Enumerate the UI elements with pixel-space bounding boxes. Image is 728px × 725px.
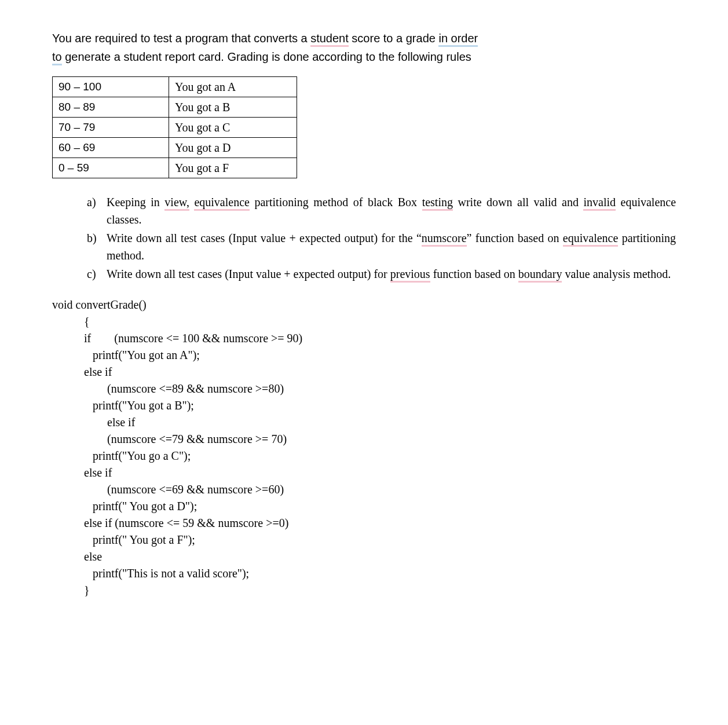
range-cell: 80 – 89: [53, 97, 169, 118]
proof-underline: numscore: [422, 232, 467, 247]
intro-text: score to a grade: [349, 32, 439, 45]
code-line: printf(" You got a F");: [52, 533, 195, 546]
proof-underline-in-order: in order: [438, 32, 478, 47]
question-a: a) Keeping in view, equivalence partitio…: [87, 193, 676, 228]
code-line: printf("This is not a valid score");: [52, 567, 249, 580]
code-line: void convertGrade(): [52, 298, 147, 311]
proof-underline: boundary: [518, 268, 562, 283]
code-line: printf("You go a C");: [52, 449, 191, 462]
message-cell: You got a C: [169, 118, 297, 138]
question-marker: a): [87, 193, 107, 228]
code-line: else: [52, 550, 102, 563]
code-line: (numscore <=69 && numscore >=60): [52, 483, 284, 496]
code-line: printf(" You got a D");: [52, 500, 197, 512]
intro-text: You are required to test a program that …: [52, 32, 310, 45]
code-line: else if: [52, 365, 112, 378]
intro-text: generate a student report card. Grading …: [62, 50, 471, 63]
question-text: ” function based on: [467, 232, 563, 244]
code-line: else if (numscore <= 59 && numscore >=0): [52, 517, 288, 529]
message-cell: You got an A: [169, 77, 297, 97]
question-text: Write down all test cases (Input value +…: [107, 232, 422, 244]
table-row: 90 – 100 You got an A: [53, 77, 297, 97]
code-line: else if: [52, 466, 112, 479]
question-body: Write down all test cases (Input value +…: [107, 265, 676, 283]
question-text: Keeping in: [107, 196, 164, 208]
question-text: write down all valid and: [453, 196, 583, 208]
code-line: }: [52, 584, 90, 596]
proof-underline: testing: [422, 196, 453, 211]
question-c: c) Write down all test cases (Input valu…: [87, 265, 676, 283]
message-cell: You got a F: [169, 158, 297, 178]
questions-list: a) Keeping in view, equivalence partitio…: [87, 193, 676, 283]
question-marker: c): [87, 265, 107, 283]
code-line: (numscore <=89 && numscore >=80): [52, 382, 284, 395]
message-cell: You got a D: [169, 138, 297, 158]
question-text: value analysis method.: [562, 268, 671, 280]
question-b: b) Write down all test cases (Input valu…: [87, 229, 676, 264]
code-line: printf("You got an A");: [52, 349, 200, 361]
code-line: else if: [52, 416, 135, 429]
intro-paragraph: You are required to test a program that …: [52, 29, 676, 66]
proof-underline: view,: [164, 196, 189, 211]
proof-underline-student: student: [310, 32, 349, 47]
table-row: 60 – 69 You got a D: [53, 138, 297, 158]
proof-underline-to: to: [52, 50, 62, 65]
range-cell: 60 – 69: [53, 138, 169, 158]
table-row: 70 – 79 You got a C: [53, 118, 297, 138]
question-body: Write down all test cases (Input value +…: [107, 229, 676, 264]
question-body: Keeping in view, equivalence partitionin…: [107, 193, 676, 228]
message-cell: You got a B: [169, 97, 297, 118]
range-cell: 0 – 59: [53, 158, 169, 178]
code-block: void convertGrade() { if (numscore <= 10…: [52, 296, 676, 599]
grading-table: 90 – 100 You got an A 80 – 89 You got a …: [52, 76, 297, 178]
question-text: partitioning method of black Box: [250, 196, 422, 208]
table-row: 0 – 59 You got a F: [53, 158, 297, 178]
question-marker: b): [87, 229, 107, 264]
question-text: Write down all test cases (Input value +…: [107, 268, 390, 280]
code-line: if (numscore <= 100 && numscore >= 90): [52, 332, 302, 345]
code-line: {: [52, 315, 90, 328]
code-line: (numscore <=79 && numscore >= 70): [52, 433, 287, 445]
range-cell: 70 – 79: [53, 118, 169, 138]
proof-underline: equivalence: [563, 232, 619, 247]
proof-underline: invalid: [583, 196, 616, 211]
range-cell: 90 – 100: [53, 77, 169, 97]
proof-underline: equivalence: [194, 196, 250, 211]
table-row: 80 – 89 You got a B: [53, 97, 297, 118]
code-line: printf("You got a B");: [52, 399, 194, 412]
proof-underline: previous: [390, 268, 430, 283]
question-text: function based on: [430, 268, 518, 280]
